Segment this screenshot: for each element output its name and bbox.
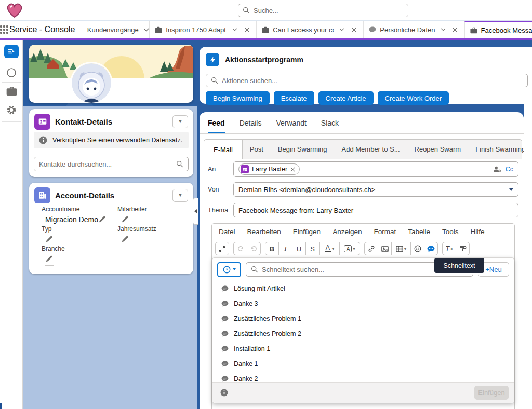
link-button[interactable] xyxy=(364,242,378,255)
chat-bubble-icon xyxy=(221,301,229,307)
table-button[interactable]: ▾ xyxy=(391,242,411,255)
composer-tab-post[interactable]: Post xyxy=(243,140,271,159)
action-search-input[interactable] xyxy=(222,77,523,85)
composer-tab-finish-swarming[interactable]: Finish Swarming xyxy=(468,140,532,159)
case-icon xyxy=(470,27,477,34)
tab-verwandt[interactable]: Verwandt xyxy=(276,112,306,133)
composer-tab-reopen-swarm[interactable]: Reopen Swarm xyxy=(407,140,469,159)
to-field[interactable]: Larry Baxter Cc xyxy=(233,161,518,177)
quick-text-button[interactable] xyxy=(424,242,438,255)
divider xyxy=(2,101,21,101)
subject-input[interactable] xyxy=(238,207,513,214)
menu-anzeigen[interactable]: Anzeigen xyxy=(332,228,362,236)
heart-logo-icon[interactable] xyxy=(6,3,23,18)
redo-button[interactable] xyxy=(233,242,247,255)
recipient-pill[interactable]: Larry Baxter xyxy=(238,163,300,175)
quicktext-item[interactable]: Lösung mit Artikel xyxy=(212,281,514,296)
emoji-button[interactable] xyxy=(410,242,424,255)
underline-button[interactable]: U xyxy=(292,242,306,255)
contact-card-menu-button[interactable]: ▼ xyxy=(172,115,188,128)
contact-search-input[interactable] xyxy=(39,160,176,168)
escalate-button[interactable]: Escalate xyxy=(274,91,314,105)
utility-availability-button[interactable] xyxy=(0,67,23,78)
text-color-button[interactable]: A▾ xyxy=(319,242,340,255)
tab-chevron-button[interactable] xyxy=(231,25,239,34)
cc-link[interactable]: Cc xyxy=(506,166,513,173)
begin-swarming-button[interactable]: Begin Swarming xyxy=(206,91,270,105)
nav-tab-kundenvorgaenge[interactable]: Kundenvorgänge xyxy=(82,21,143,38)
create-work-order-button[interactable]: Create Work Order xyxy=(378,91,449,105)
chevron-down-icon xyxy=(233,268,236,270)
quicktext-item[interactable]: Installation 1 xyxy=(212,341,514,356)
edit-typ-button[interactable] xyxy=(45,235,54,243)
scrollbar-gutter[interactable] xyxy=(524,104,532,409)
field-accountname: Accountname Migracion Demo xyxy=(42,206,110,213)
global-search-input[interactable] xyxy=(254,7,404,15)
chat-bubble-icon xyxy=(221,316,229,322)
italic-button[interactable]: I xyxy=(278,242,292,255)
edit-branche-button[interactable] xyxy=(45,255,54,263)
composer-tab-email[interactable]: E-Mail xyxy=(204,140,243,159)
bold-button[interactable]: B xyxy=(265,242,279,255)
strikethrough-button[interactable]: S xyxy=(305,242,320,255)
menu-datei[interactable]: Datei xyxy=(219,228,235,236)
format-painter-button[interactable] xyxy=(456,242,470,255)
tab-details[interactable]: Details xyxy=(240,112,262,133)
utility-cases-button[interactable] xyxy=(0,86,23,96)
field-jahresumsatz: Jahresumsatz xyxy=(117,225,182,233)
tab-close-button[interactable] xyxy=(451,25,459,34)
tab-chevron-button[interactable] xyxy=(338,25,346,34)
menu-bearbeiten[interactable]: Bearbeiten xyxy=(247,228,281,236)
app-launcher-button[interactable] xyxy=(0,21,8,38)
contact-icon xyxy=(241,165,249,173)
utility-settings-button[interactable] xyxy=(0,104,23,116)
tab-feed[interactable]: Feed xyxy=(208,112,225,133)
primary-tab-chevron-button[interactable] xyxy=(143,21,149,38)
workspace-tab-inspiron[interactable]: Inspiron 1750 Adapt... xyxy=(149,21,256,38)
quicktext-item[interactable]: Danke 1 xyxy=(212,356,514,371)
contact-details-card: Kontakt-Details ▼ Verknüpfen Sie einen v… xyxy=(29,109,193,177)
quicktext-item[interactable]: Danke 3 xyxy=(212,296,514,311)
panel-collapse-handle[interactable] xyxy=(193,198,198,225)
menu-format[interactable]: Format xyxy=(374,228,396,236)
chat-bubble-icon xyxy=(221,346,229,352)
edit-accountname-button[interactable] xyxy=(98,215,107,224)
utility-actions-button[interactable] xyxy=(0,45,23,58)
quicktext-item[interactable]: Zusätzliches Problem 2 xyxy=(212,326,514,341)
menu-tools[interactable]: Tools xyxy=(442,228,459,236)
edit-mitarbeiter-button[interactable] xyxy=(121,215,129,224)
quicktext-recent-button[interactable] xyxy=(217,262,241,277)
workspace-tab-facebook-message[interactable]: Facebook Message fr... xyxy=(464,21,532,38)
contact-info-text: Verknüpfen Sie einen verwandten Datensat… xyxy=(52,137,182,144)
remove-recipient-icon[interactable] xyxy=(290,167,295,172)
tab-close-button[interactable] xyxy=(243,25,251,34)
insert-quicktext-button[interactable]: Einfügen xyxy=(474,386,509,400)
workspace-tab-can-i-access[interactable]: Can I access your co... xyxy=(256,21,363,38)
undo-button[interactable] xyxy=(247,242,261,255)
image-button[interactable] xyxy=(378,242,392,255)
contact-search-box xyxy=(34,157,189,171)
composer-tab-begin-swarming[interactable]: Begin Swarming xyxy=(271,140,335,159)
case-icon xyxy=(155,26,162,33)
create-article-button[interactable]: Create Article xyxy=(318,91,374,105)
background-color-button[interactable]: A▾ xyxy=(339,242,360,255)
menu-einfuegen[interactable]: Einfügen xyxy=(293,228,321,236)
workspace-tab-persoenliche-daten[interactable]: Persönliche Daten xyxy=(363,21,464,38)
tab-close-button[interactable] xyxy=(350,25,358,34)
expand-button[interactable] xyxy=(215,242,229,255)
clear-format-button[interactable]: Tx xyxy=(442,242,456,255)
add-person-icon[interactable] xyxy=(493,166,501,173)
action-launcher-panel: Aktionsstartprogramm Begin Swarming Esca… xyxy=(200,47,532,104)
menu-hilfe[interactable]: Hilfe xyxy=(470,228,484,236)
edit-jahresumsatz-button[interactable] xyxy=(121,235,129,243)
account-card-menu-button[interactable]: ▼ xyxy=(172,189,188,202)
landscape-illustration xyxy=(29,45,193,78)
composer-tab-add-member[interactable]: Add Member to S... xyxy=(335,140,407,159)
quicktext-item[interactable]: Zusätzliches Problem 1 xyxy=(212,311,514,326)
tab-slack[interactable]: Slack xyxy=(321,112,339,133)
from-combobox[interactable]: Demian Rihs <demian@cloudconsultants.ch> xyxy=(233,182,518,197)
tab-chevron-button[interactable] xyxy=(439,25,447,34)
menu-tabelle[interactable]: Tabelle xyxy=(408,228,430,236)
circle-icon xyxy=(6,67,17,78)
list-arrow-icon xyxy=(4,45,19,58)
